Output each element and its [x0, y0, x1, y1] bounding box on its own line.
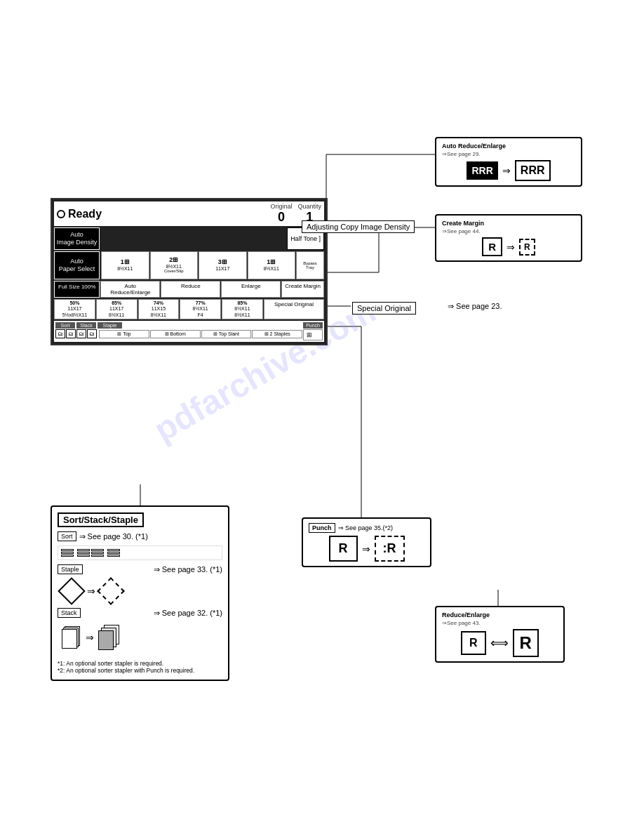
staple-sub-label: Staple: [58, 564, 83, 574]
zoom-74[interactable]: 74% 11X15 8½X11: [138, 299, 180, 319]
see-page-23-text: ⇒ See page 23.: [448, 302, 502, 310]
reduce-button[interactable]: Reduce: [161, 281, 220, 298]
adjusting-density-label: Adjusting Copy Image Density: [302, 220, 415, 233]
adjusting-density-text: Adjusting Copy Image Density: [307, 223, 410, 231]
sort-stack-3: [91, 549, 104, 557]
punch-r-left: R: [329, 536, 358, 562]
stack-see-page: ⇒ See page 32. (*1): [154, 609, 222, 618]
ready-label: Ready: [68, 208, 102, 220]
special-original-label: Special Original: [274, 301, 314, 307]
paper-size-1[interactable]: 1⊞ 8½X11: [101, 251, 149, 279]
zoom-50[interactable]: 50% 11X17 5½x8½X11: [54, 299, 95, 319]
quantity-label: Quantity: [297, 203, 321, 210]
top-button[interactable]: ⊞ Top: [99, 330, 149, 338]
auto-paper-label: AutoPaper Select: [59, 258, 95, 273]
zoom-row: 50% 11X17 5½x8½X11 65% 11X17 8½X11 74% 1…: [54, 299, 324, 319]
arrow-margin-icon: ⇒: [507, 241, 515, 253]
original-display: Original 0: [270, 203, 292, 225]
paper-size-2[interactable]: 2⊞ 8½X11 Cover/Slip: [150, 251, 199, 279]
sort-icon-2[interactable]: 🗂: [66, 329, 76, 338]
arrow-stack-icon: ⇒: [86, 632, 94, 643]
paper-size-3[interactable]: 3⊞ 11X17: [199, 251, 247, 279]
auto-reduce-enlarge-title: Auto Reduce/Enlarge: [442, 143, 575, 150]
arrow-staple-icon: ⇒: [87, 585, 95, 597]
sort-sub-label: Sort: [58, 531, 76, 541]
punch-r-right: :R: [375, 536, 405, 562]
stack-row: Stack ⇒ See page 32. (*1): [58, 608, 222, 618]
reduce-enlarge-illustration: R ⟺ R: [442, 629, 558, 657]
create-margin-illustration: R ⇒ R: [442, 237, 575, 256]
sort-stack-2: [75, 549, 90, 557]
paper-size-4[interactable]: 1⊞ 8½X11: [248, 251, 296, 279]
enlarge-button[interactable]: Enlarge: [221, 281, 281, 298]
paper-select-row: AutoPaper Select 1⊞ 8½X11 2⊞ 8½X11 Cover…: [54, 251, 324, 279]
staple-row: Staple ⇒ See page 33. (*1): [58, 564, 222, 574]
punch-label-panel: Punch: [303, 322, 323, 329]
zoom-65[interactable]: 65% 11X17 8½X11: [96, 299, 137, 319]
top-slant-button[interactable]: ⊞ Top Slant: [201, 330, 252, 338]
sort-stack-staple-box: Sort/Stack/Staple Sort ⇒ See page 30. (*…: [51, 505, 229, 681]
full-size-button[interactable]: Full Size 100%: [54, 281, 100, 298]
reduce-r-small: R: [461, 631, 486, 655]
special-original-label-box: Special Original: [352, 302, 416, 315]
sort-stack-staple-title: Sort/Stack/Staple: [58, 512, 144, 527]
notes-area: *1: An optional sorter stapler is requir…: [58, 660, 222, 674]
punch-box: Punch ⇒ See page 35.(*2) R ⇒ :R: [302, 517, 431, 567]
punch-button[interactable]: ⊞: [303, 329, 323, 340]
sort-sub-row: Sort ⇒ See page 30. (*1): [58, 531, 222, 541]
half-tone-label: Half Tone ]: [290, 235, 321, 242]
staple-after-icon: [101, 581, 121, 601]
original-label: Original: [270, 203, 292, 210]
create-margin-button[interactable]: Create Margin: [281, 281, 324, 298]
stack-illustration: ⇒: [58, 621, 222, 654]
stack-sub-label: Stack: [58, 608, 81, 618]
zoom-85[interactable]: 85% 8½X11 8½X11: [222, 299, 263, 319]
sort-illustration: [58, 545, 222, 560]
copier-panel: Ready Original 0 Quantity 1 AutoImage De…: [51, 198, 328, 345]
rr-left: RRR: [467, 161, 497, 180]
sort-icon-4[interactable]: 🗂: [87, 329, 97, 338]
special-original-button[interactable]: Special Original: [264, 299, 324, 319]
panel-header: Ready Original 0 Quantity 1: [54, 201, 324, 226]
connection-lines: [0, 0, 644, 834]
sort-icon-1[interactable]: 🗂: [55, 329, 65, 338]
paper-sizes-row: 1⊞ 8½X11 2⊞ 8½X11 Cover/Slip 3⊞ 11X17 1⊞…: [101, 251, 324, 279]
bottom-button[interactable]: ⊞ Bottom: [150, 330, 201, 338]
rrr-icon-light: RRR: [515, 160, 551, 181]
staple-label: Staple: [98, 322, 122, 329]
punch-box-label: Punch: [309, 523, 335, 533]
auto-reduce-enlarge-box: Auto Reduce/Enlarge ⇒See page 29. RRR ⇒ …: [435, 137, 582, 187]
zoom-77[interactable]: 77% 8½X11 F4: [180, 299, 221, 319]
arrow-icon: ⇒: [502, 165, 511, 176]
pile-icon: [98, 625, 121, 650]
auto-reduce-enlarge-subtitle: ⇒See page 29.: [442, 151, 575, 157]
finish-row: Sort Stack Staple 🗂 🗂 🗂 🗂 ⊞ Top: [54, 321, 324, 342]
auto-reduce-enlarge-button[interactable]: AutoReduce/Enlarge: [100, 281, 160, 298]
create-margin-label: Create Margin: [285, 283, 321, 289]
sort-stacks: [61, 549, 120, 557]
staple-options: ⊞ Top ⊞ Bottom ⊞ Top Slant ⊞ 2 Staples: [99, 330, 302, 338]
punch-area: Punch ⊞: [303, 322, 323, 340]
reduce-enlarge-title: Reduce/Enlarge: [442, 611, 558, 618]
sort-icon-3[interactable]: 🗂: [76, 329, 86, 338]
punch-see-page: ⇒ See page 35.(*2): [338, 524, 394, 531]
staples-2-button[interactable]: ⊞ 2 Staples: [252, 330, 302, 338]
bypass-tray-button[interactable]: BypassTray: [296, 251, 324, 279]
see-page-23: ⇒ See page 23.: [448, 302, 502, 311]
stack-single-icon: [62, 626, 81, 649]
reduce-r-large: R: [513, 629, 539, 657]
create-margin-subtitle: ⇒See page 44.: [442, 228, 575, 234]
auto-paper-button[interactable]: AutoPaper Select: [54, 251, 100, 279]
reduce-enlarge-subtitle: ⇒See page 43.: [442, 620, 558, 626]
auto-reduce-illustration: RRR ⇒ RRR: [442, 160, 575, 181]
punch-arrow-icon: ⇒: [362, 543, 370, 555]
ready-status: Ready: [57, 208, 102, 220]
auto-density-label: AutoImage Density: [57, 231, 98, 246]
auto-density-button[interactable]: AutoImage Density: [54, 227, 100, 250]
sort-stack-1: [61, 549, 74, 557]
original-value: 0: [270, 210, 292, 225]
sort-stack-4: [105, 549, 120, 557]
full-size-label: Full Size 100%: [58, 284, 95, 290]
r-solid-left: R: [482, 237, 502, 256]
reduce-label: Reduce: [181, 283, 201, 289]
